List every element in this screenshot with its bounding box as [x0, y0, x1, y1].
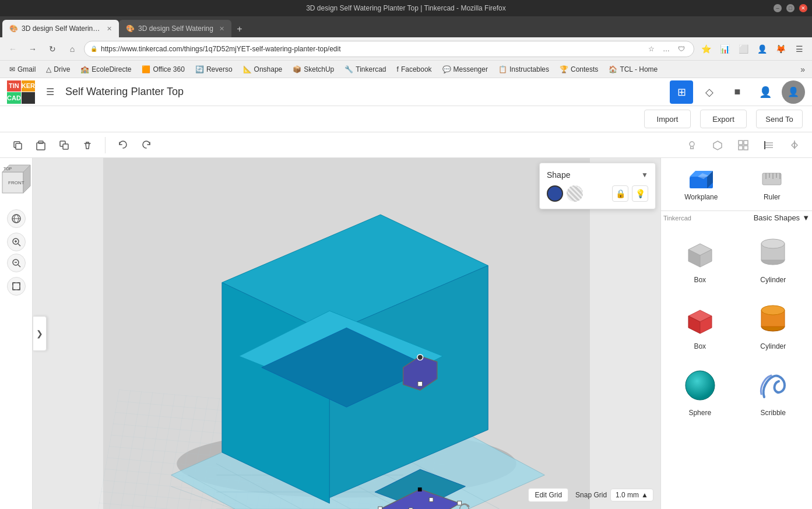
zoom-in-button[interactable]: [7, 233, 26, 251]
group-button[interactable]: [733, 135, 754, 156]
avatar[interactable]: 👤: [782, 80, 805, 104]
url-display[interactable]: https://www.tinkercad.com/things/1q7D52m…: [101, 45, 641, 53]
lock-button[interactable]: 🔒: [612, 185, 628, 202]
bookmark-office360[interactable]: 🟧 Office 360: [137, 64, 189, 75]
bookmark-star-icon[interactable]: ☆: [645, 43, 658, 55]
bookmark-sketchup[interactable]: 📦 SketchUp: [288, 64, 339, 75]
refresh-button[interactable]: ↻: [44, 41, 61, 57]
shape-icon-cylinder-gray: [752, 231, 794, 273]
delete-button[interactable]: [77, 135, 98, 156]
tinkercad-logo[interactable]: TIN KER CAD: [7, 80, 35, 104]
browser-tabs: 🎨 3D design Self Watering... ✕ 🎨 3D desi…: [0, 16, 812, 37]
svg-rect-9: [744, 141, 748, 145]
zoom-out-button[interactable]: [7, 254, 26, 272]
snap-value[interactable]: 1.0 mm ▲: [610, 489, 653, 501]
bookmarks-overflow-button[interactable]: »: [798, 64, 807, 75]
bookmark-tcl[interactable]: 🏠 TCL - Home: [604, 64, 662, 75]
shape-label-scribble-blue: Scribble: [761, 409, 786, 417]
align-button[interactable]: [758, 135, 779, 156]
light-shape-button[interactable]: 💡: [632, 185, 648, 202]
close-button[interactable]: ✕: [799, 4, 807, 12]
svg-rect-8: [739, 141, 743, 145]
add-user-button[interactable]: 👤: [754, 80, 777, 104]
forward-button[interactable]: →: [24, 41, 41, 57]
minimize-button[interactable]: –: [774, 4, 782, 12]
snap-value-text: 1.0 mm: [616, 491, 639, 499]
shape-item-box-red[interactable]: Box: [666, 293, 734, 355]
dark-mode-button[interactable]: ■: [726, 80, 749, 104]
shape-tool-button[interactable]: [707, 135, 728, 156]
screenshots-button[interactable]: ⬜: [735, 41, 751, 57]
toolbar: [0, 132, 812, 158]
mirror-button[interactable]: [784, 135, 805, 156]
firefox-button[interactable]: 🦊: [772, 41, 789, 57]
import-button[interactable]: Import: [644, 110, 691, 128]
light-button[interactable]: [681, 135, 702, 156]
redo-button[interactable]: [136, 135, 157, 156]
viewport[interactable]: Workbench Shape ▼ 🔒 💡 ❯: [33, 158, 660, 509]
solid-color-button[interactable]: [547, 185, 563, 202]
shape-item-cylinder-gray[interactable]: Cylinder: [739, 227, 808, 289]
lock-icon: 🔒: [90, 45, 97, 52]
home-button[interactable]: ⌂: [64, 41, 80, 57]
bookmark-drive[interactable]: △ Drive: [41, 64, 75, 75]
back-button[interactable]: ←: [5, 41, 21, 57]
action-bar: Import Export Send To: [0, 106, 812, 132]
maximize-button[interactable]: □: [786, 4, 795, 12]
extensions-button[interactable]: ⭐: [698, 41, 714, 57]
shape-panel-collapse-button[interactable]: ▼: [641, 171, 648, 179]
export-button[interactable]: Export: [700, 110, 747, 128]
library-name: Tinkercad: [663, 215, 691, 222]
tab-active[interactable]: 🎨 3D design Self Watering... ✕: [2, 20, 119, 37]
bookmark-onshape-label: Onshape: [254, 65, 283, 73]
workplane-button[interactable]: Workplane: [668, 163, 734, 206]
duplicate-button[interactable]: [54, 135, 75, 156]
bookmark-gmail[interactable]: ✉ Gmail: [5, 64, 40, 75]
new-tab-button[interactable]: +: [231, 21, 248, 37]
category-select[interactable]: Basic Shapes ▼: [754, 213, 810, 222]
history-button[interactable]: 📊: [716, 41, 733, 57]
hole-color-button[interactable]: [567, 185, 583, 202]
ruler-button[interactable]: Ruler: [739, 163, 806, 206]
edit-grid-button[interactable]: Edit Grid: [528, 488, 568, 502]
bookmark-ecoledirecte-label: EcoleDirecte: [92, 65, 131, 73]
bookmark-contests[interactable]: 🏆 Contests: [555, 64, 603, 75]
more-options-icon[interactable]: …: [660, 43, 673, 55]
send-to-button[interactable]: Send To: [756, 110, 803, 128]
bookmark-ecoledirecte[interactable]: 🏫 EcoleDirecte: [76, 64, 136, 75]
shape-icon-sphere-teal: [679, 364, 721, 406]
grid-view-button[interactable]: ⊞: [670, 80, 693, 104]
view-cube[interactable]: FRONT TOP: [0, 163, 35, 200]
bookmark-instructables[interactable]: 📋 Instructables: [494, 64, 554, 75]
bookmark-onshape[interactable]: 📐 Onshape: [238, 64, 287, 75]
bookmark-reverso-label: Reverso: [206, 65, 233, 73]
shield-icon[interactable]: 🛡: [675, 43, 688, 55]
fit-all-button[interactable]: [7, 277, 26, 296]
tab-inactive[interactable]: 🎨 3D design Self Watering ✕: [119, 20, 231, 37]
bookmark-facebook[interactable]: f Facebook: [392, 64, 437, 75]
hamburger-menu-button[interactable]: ☰: [42, 84, 58, 100]
profile-button[interactable]: 👤: [754, 41, 770, 57]
undo-button[interactable]: [113, 135, 133, 156]
paste-button[interactable]: [30, 135, 51, 156]
svg-rect-11: [744, 146, 748, 150]
shape-item-cylinder-orange[interactable]: Cylinder: [739, 293, 808, 355]
bookmark-tinkercad[interactable]: 🔧 Tinkercad: [340, 64, 391, 75]
bookmark-sketchup-label: SketchUp: [304, 65, 334, 73]
panel-expand-button[interactable]: ❯: [33, 316, 47, 351]
shape-item-scribble-blue[interactable]: Scribble: [739, 360, 808, 422]
shape-item-box-gray[interactable]: Box: [666, 227, 734, 289]
tab-close-2[interactable]: ✕: [219, 25, 224, 33]
shape-item-sphere-teal[interactable]: Sphere: [666, 360, 734, 422]
tab-close-1[interactable]: ✕: [107, 25, 112, 33]
svg-rect-5: [63, 144, 68, 149]
bookmark-messenger[interactable]: 💬 Messenger: [438, 64, 493, 75]
isometric-view-button[interactable]: ◇: [698, 80, 721, 104]
bookmark-reverso[interactable]: 🔄 Reverso: [191, 64, 237, 75]
messenger-icon: 💬: [442, 65, 451, 73]
bookmark-facebook-label: Facebook: [401, 65, 432, 73]
orbit-button[interactable]: [7, 209, 26, 228]
copy-button[interactable]: [7, 135, 28, 156]
menu-button[interactable]: ☰: [791, 41, 807, 57]
ruler-label: Ruler: [764, 193, 781, 201]
